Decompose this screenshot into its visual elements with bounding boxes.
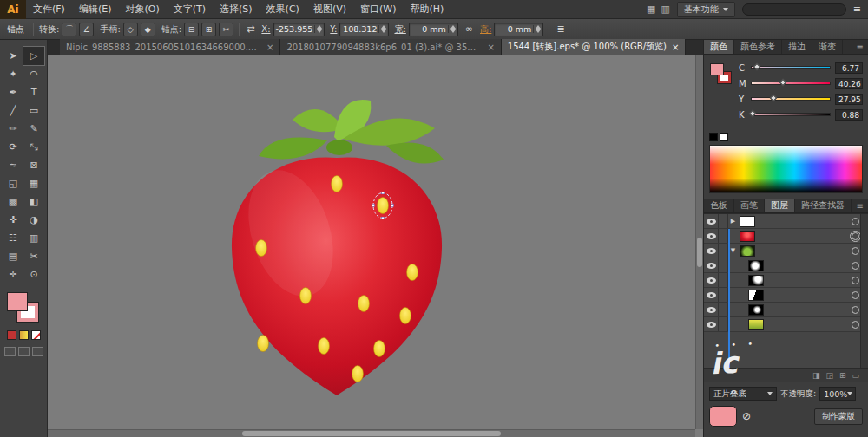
expander-icon[interactable]: ▶ [728,218,738,225]
pencil-tool[interactable]: ✎ [23,120,44,138]
stem-shape[interactable] [326,140,352,155]
magic-wand-tool[interactable]: ✦ [3,65,23,83]
hand-tool[interactable]: ✛ [3,265,23,284]
app-menu-icon[interactable]: ≡ [853,3,861,15]
tab-close-icon[interactable]: × [266,42,273,52]
anchor-handle[interactable] [372,205,375,207]
artwork-thumbnail[interactable] [709,406,737,427]
blend-tool[interactable]: ◑ [23,211,44,229]
menu-item[interactable]: 文字(T) [167,0,213,18]
blend-mode-dropdown[interactable]: 正片叠底 [709,387,777,401]
fill-color-swatch[interactable] [7,292,28,311]
slider-thumb-icon[interactable] [749,110,756,117]
draw-inside-button[interactable] [32,347,43,356]
panel-tab-色板[interactable]: 色板 [704,199,734,212]
black-swatch[interactable] [709,133,718,141]
stepper-icon[interactable] [378,25,386,33]
seed-shape[interactable] [319,338,330,355]
vertical-scrollbar-thumb[interactable] [697,238,702,267]
opacity-dropdown[interactable]: 100% [819,387,856,401]
height-input[interactable]: 0 mm [494,23,543,36]
delete-layer-icon[interactable]: ▭ [852,371,859,380]
leaf-shape[interactable] [259,138,327,160]
menu-item[interactable]: 帮助(H) [403,0,450,18]
channel-value[interactable]: 6.77 [835,62,863,74]
none-mode-button[interactable] [31,330,41,340]
seed-shape[interactable] [332,176,343,192]
width-tool[interactable]: ≈ [3,156,23,174]
seed-shape[interactable] [378,198,389,214]
hide-handles-button[interactable]: ◆ [141,23,155,36]
target-circle-icon[interactable] [852,247,859,255]
channel-slider[interactable] [751,97,831,101]
gradient-tool[interactable]: ◧ [23,192,44,211]
strawberry-svg[interactable] [48,55,703,437]
column-graph-tool[interactable]: ▥ [23,229,44,247]
canvas-area[interactable] [48,55,703,437]
make-mask-button[interactable]: 制作蒙版 [814,408,863,425]
layers-panel-menu-icon[interactable]: ≡ [852,199,868,212]
convert-to-smooth-button[interactable]: ⌒ [62,23,76,36]
bridge-icon[interactable]: ▦ [647,3,655,15]
workspace-switcher-button[interactable]: 基本功能 [677,2,735,17]
target-circle-icon[interactable] [852,232,859,240]
panel-tab-渐变[interactable]: 渐变 [812,40,843,54]
convert-to-corner-button[interactable]: ∠ [79,23,94,36]
type-tool[interactable]: T [23,83,44,101]
tab-close-icon[interactable]: × [672,42,679,52]
visibility-toggle[interactable] [704,244,719,258]
anchor-handle[interactable] [382,192,385,194]
strawberry-leaves[interactable] [259,100,444,164]
visibility-toggle[interactable] [704,214,719,228]
direct-selection-tool[interactable]: ▷ [23,47,44,65]
artboard-tool[interactable]: ▤ [3,247,23,265]
seed-shape[interactable] [258,336,269,352]
anchor-handle[interactable] [391,205,394,207]
draw-behind-button[interactable] [18,347,30,356]
seed-shape[interactable] [400,308,411,324]
gradient-mode-button[interactable] [19,330,29,340]
fill-indicator-swatch[interactable] [710,63,724,75]
cut-path-button[interactable]: ✂ [219,23,233,36]
channel-slider[interactable] [751,82,831,85]
doc-tab[interactable]: 2018010779094883k6p6_01 (3).ai* @ 35% (R… [280,39,501,55]
control-panel-menu-icon[interactable]: ≣ [555,23,566,35]
target-circle-icon[interactable] [852,277,859,284]
seed-shape[interactable] [352,366,364,382]
eyedropper-tool[interactable]: ✜ [3,211,23,229]
channel-value[interactable]: 27.95 [835,94,863,105]
visibility-toggle[interactable] [704,258,719,272]
channel-value[interactable]: 0.88 [835,109,863,121]
lock-cell[interactable] [719,303,728,316]
white-swatch[interactable] [720,133,728,141]
width-input[interactable]: 0 mm [409,23,458,36]
color-mode-button[interactable] [7,330,16,340]
perspective-grid-tool[interactable]: ▦ [23,174,44,192]
x-input[interactable]: -253.955 [273,23,326,36]
add-anchor-button[interactable]: ⊞ [201,23,216,36]
channel-slider[interactable] [751,66,831,69]
tab-close-icon[interactable]: × [487,42,494,52]
target-circle-icon[interactable] [852,262,859,270]
paintbrush-tool[interactable]: ✏ [3,120,23,138]
swap-icon[interactable]: ⇄ [245,23,256,35]
visibility-toggle[interactable] [704,273,719,287]
draw-normal-button[interactable] [4,347,16,356]
seed-shape[interactable] [256,240,267,257]
remove-anchor-button[interactable]: ⊟ [184,23,199,36]
pen-tool[interactable]: ✒ [3,83,23,101]
lock-cell[interactable] [719,258,728,272]
slider-thumb-icon[interactable] [770,95,777,101]
panel-tab-描边[interactable]: 描边 [782,40,812,54]
target-circle-icon[interactable] [852,306,859,314]
zoom-tool[interactable]: ⊙ [23,265,44,284]
layer-row[interactable]: ▶ [704,214,868,229]
vertical-scrollbar[interactable] [695,55,703,429]
menu-item[interactable]: 选择(S) [213,0,260,18]
free-transform-tool[interactable]: ⊠ [23,156,44,174]
visibility-toggle[interactable] [704,303,719,316]
y-label[interactable]: Y: [330,24,337,34]
rectangle-tool[interactable]: ▭ [23,101,44,120]
lock-cell[interactable] [719,288,728,302]
target-circle-icon[interactable] [852,218,859,225]
